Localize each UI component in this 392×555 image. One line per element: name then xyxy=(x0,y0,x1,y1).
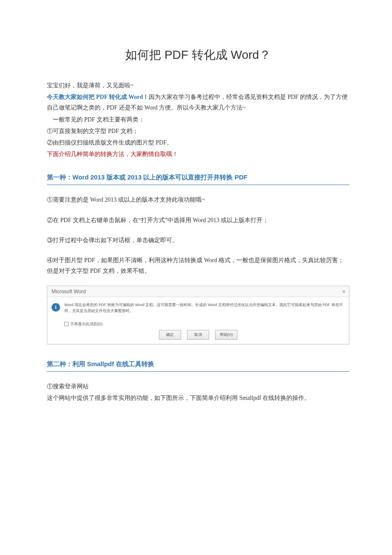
intro-greeting: 宝宝们好，我是薄荷，又见面啦~ xyxy=(47,80,349,91)
dialog-checkbox-label: 不再显示此消息(D) xyxy=(70,321,103,327)
method2-heading: 第二种：利用 Smallpdf 在线工具转换 xyxy=(47,358,349,372)
dialog-checkbox-row[interactable]: 不再显示此消息(D) xyxy=(64,321,349,327)
dialog-title-text: Microsoft Word xyxy=(52,286,86,297)
method2-step2: 这个网站中提供了很多非常实用的功能，如下图所示，下面简单介绍利用 Smallpd… xyxy=(47,393,349,403)
method1-step4: ④对于图片型 PDF，如果图片不清晰，利用这种方法转换成 Word 格式，一般也… xyxy=(47,255,349,276)
method1-step3: ③打开过程中会弹出如下对话框，单击确定即可。 xyxy=(47,235,349,246)
ok-button[interactable]: 确定 xyxy=(159,330,181,339)
types-intro: 一般常见的 PDF 文档主要有两类： xyxy=(47,114,349,125)
info-icon: i xyxy=(52,303,60,312)
intro-topic: 今天教大家如何把 PDF 转化成 Word！因为大家在学习备考过程中，经常会遇见… xyxy=(47,92,349,113)
intro-topic-lead: 今天教大家如何把 PDF 转化成 Word！ xyxy=(47,94,149,100)
word-dialog: Microsoft Word × i Word 现在会将您的 PDF 转换为可编… xyxy=(47,286,349,344)
dialog-titlebar: Microsoft Word × xyxy=(47,286,349,297)
close-icon[interactable]: × xyxy=(339,286,349,297)
red-note: 下面介绍几种简单的转换方法，大家酌情自取哦！ xyxy=(47,149,349,159)
dialog-buttons: 确定 取消 帮助(H) xyxy=(47,327,349,344)
type-1: ①可直接复制的文字型 PDF 文档； xyxy=(47,126,349,136)
document-body: 宝宝们好，我是薄荷，又见面啦~ 今天教大家如何把 PDF 转化成 Word！因为… xyxy=(47,80,349,403)
help-button[interactable]: 帮助(H) xyxy=(215,330,237,339)
method1-heading: 第一种：Word 2013 版本或 2013 以上的版本可以直接打开并转换 PD… xyxy=(47,171,349,185)
method1-step2: ②在 PDF 文档上右键单击鼠标，在“打开方式”中选择用 Word 2013 或… xyxy=(47,215,349,225)
document-title: 如何把 PDF 转化成 Word？ xyxy=(47,47,349,63)
method2-step1: ①搜索登录网站 xyxy=(47,381,349,392)
dialog-message: Word 现在会将您的 PDF 转换为可编辑的 Word 文档。这可能需要一段时… xyxy=(64,302,345,314)
cancel-button[interactable]: 取消 xyxy=(187,330,209,339)
checkbox-icon[interactable] xyxy=(64,322,69,326)
type-2: ②由扫描仪扫描纸质版文件生成的图片型 PDF。 xyxy=(47,137,349,148)
dialog-body: i Word 现在会将您的 PDF 转换为可编辑的 Word 文档。这可能需要一… xyxy=(47,297,349,317)
method1-step1: ①需要注意的是 Word 2013 或以上的版本才支持此项功能哦~ xyxy=(47,194,349,205)
